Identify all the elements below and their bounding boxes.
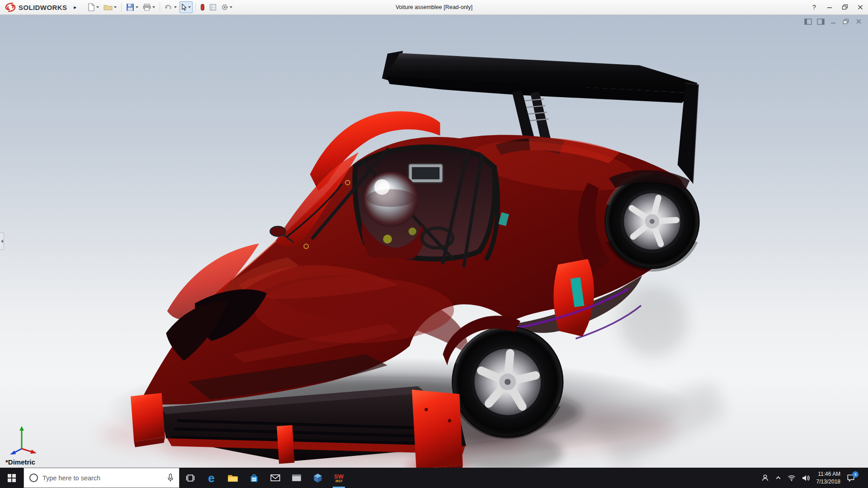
cube-icon	[313, 473, 323, 483]
dock-left-button[interactable]	[804, 18, 812, 25]
panel-collapse-tab[interactable]	[0, 233, 4, 250]
dropdown-caret-icon	[188, 6, 191, 8]
toolbar-expand-button[interactable]: ▸	[71, 2, 80, 13]
people-icon	[761, 474, 769, 482]
close-icon	[856, 19, 862, 24]
select-tool-button[interactable]	[179, 1, 193, 13]
close-button[interactable]	[853, 0, 868, 14]
network-button[interactable]	[788, 475, 796, 481]
open-button[interactable]	[102, 1, 118, 13]
store-icon	[249, 473, 259, 483]
select-cursor-icon	[181, 4, 187, 11]
document-properties-button[interactable]	[208, 1, 218, 13]
taskbar: e	[0, 468, 868, 488]
appearances-button[interactable]	[198, 1, 207, 13]
edge-button[interactable]: e	[201, 468, 222, 488]
gear-icon	[221, 4, 228, 11]
restore-icon	[843, 19, 849, 25]
action-center-button[interactable]: 4	[847, 474, 855, 482]
document-title: Voiture assemblee [Read-only]	[396, 4, 472, 10]
dock-right-icon	[817, 19, 825, 25]
store-button[interactable]	[243, 468, 264, 488]
ds-emblem-icon	[5, 2, 16, 12]
view-orientation-label: *Dimetric	[5, 458, 35, 466]
toolbar-separator	[195, 3, 196, 12]
dropdown-caret-icon	[174, 6, 177, 8]
tray-overflow-button[interactable]	[775, 476, 781, 480]
mail-button[interactable]	[264, 468, 286, 488]
document-properties-icon	[209, 4, 217, 11]
graphics-viewport[interactable]: *Dimetric	[0, 15, 868, 468]
save-icon	[126, 3, 134, 11]
search-input[interactable]	[42, 474, 163, 482]
dropdown-caret-icon	[114, 6, 117, 8]
clock-date: 7/13/2018	[816, 478, 840, 485]
mail-icon	[270, 474, 280, 482]
coordinate-triad	[8, 422, 41, 455]
cortana-icon	[29, 474, 38, 482]
undo-icon	[165, 4, 173, 10]
clock-time: 11:46 AM	[816, 470, 840, 478]
solidworks-taskbar-button[interactable]: SW 2017	[328, 468, 349, 488]
solidworks-app-icon: SW 2017	[334, 474, 344, 483]
start-button[interactable]	[0, 468, 24, 488]
dropdown-caret-icon	[96, 6, 99, 8]
options-button[interactable]	[219, 1, 234, 13]
wifi-icon	[788, 475, 796, 481]
clock[interactable]: 11:46 AM 7/13/2018	[816, 470, 840, 485]
speaker-icon	[802, 474, 810, 482]
system-tray: 11:46 AM 7/13/2018 4	[758, 468, 868, 488]
save-button[interactable]	[124, 1, 140, 13]
restore-icon	[842, 4, 848, 10]
toolbar-separator	[160, 3, 160, 12]
dropdown-caret-icon	[230, 6, 232, 8]
doc-restore-button[interactable]	[842, 18, 850, 25]
people-button[interactable]	[761, 474, 769, 482]
close-icon	[857, 4, 863, 10]
toolbar-separator	[121, 3, 122, 12]
minimize-icon	[826, 4, 833, 10]
notification-badge: 4	[852, 471, 859, 478]
minimize-icon	[830, 19, 836, 25]
task-view-button[interactable]	[179, 468, 201, 488]
taskbar-icons: e	[179, 468, 349, 488]
doc-minimize-button[interactable]	[829, 18, 837, 25]
file-explorer-icon	[227, 474, 238, 482]
new-document-icon	[88, 3, 95, 11]
restore-button[interactable]	[837, 0, 853, 14]
edge-icon: e	[208, 472, 214, 484]
brand-text: SOLIDWORKS	[19, 4, 67, 11]
app-window-button[interactable]	[286, 468, 307, 488]
media-cube-button[interactable]	[307, 468, 328, 488]
solidworks-window: SOLIDWORKS ▸	[0, 0, 868, 488]
quick-toolbar	[86, 1, 234, 13]
minimize-button[interactable]	[822, 0, 837, 14]
dropdown-caret-icon	[152, 6, 155, 8]
dropdown-caret-icon	[136, 6, 138, 8]
document-window-controls	[804, 18, 863, 25]
doc-close-button[interactable]	[854, 18, 863, 25]
solidworks-logo: SOLIDWORKS	[0, 2, 71, 12]
dock-left-icon	[804, 19, 812, 25]
print-icon	[143, 4, 151, 11]
microphone-icon[interactable]	[167, 474, 174, 483]
new-document-button[interactable]	[86, 1, 101, 13]
windows-logo-icon	[8, 474, 16, 482]
appearance-icon	[200, 4, 205, 11]
file-explorer-button[interactable]	[222, 468, 243, 488]
undo-button[interactable]	[163, 1, 179, 13]
app-window-icon	[292, 474, 302, 482]
car-3d-model[interactable]	[0, 15, 868, 468]
taskbar-search[interactable]	[24, 468, 179, 488]
volume-button[interactable]	[802, 474, 810, 482]
help-button[interactable]: ?	[807, 0, 822, 14]
open-folder-icon	[104, 4, 113, 11]
chevron-left-icon	[1, 239, 3, 243]
chevron-up-icon	[775, 476, 781, 480]
print-button[interactable]	[141, 1, 157, 13]
dock-right-button[interactable]	[816, 18, 825, 25]
titlebar: SOLIDWORKS ▸	[0, 0, 868, 15]
window-controls: ?	[807, 0, 868, 14]
task-view-icon	[186, 474, 195, 482]
